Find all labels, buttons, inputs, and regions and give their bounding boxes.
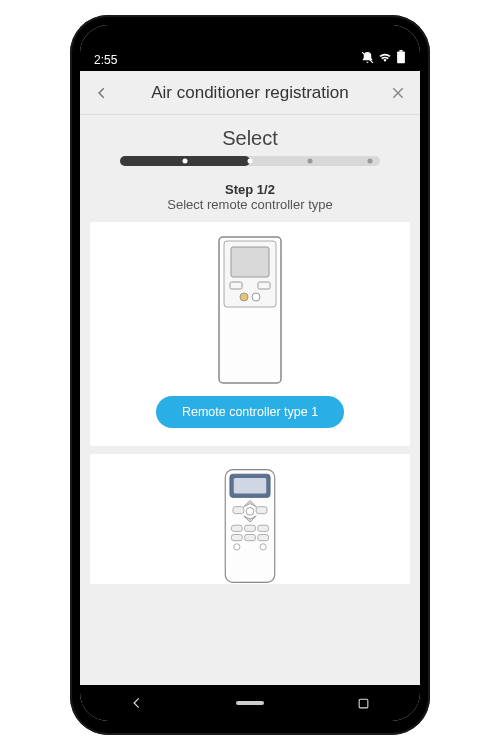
svg-rect-21 bbox=[245, 525, 256, 531]
svg-rect-24 bbox=[245, 535, 256, 541]
remote-option-2[interactable] bbox=[90, 454, 410, 584]
svg-rect-20 bbox=[231, 525, 242, 531]
back-button[interactable] bbox=[90, 81, 114, 105]
content: Select Step 1/2 Select remote controller… bbox=[80, 115, 420, 685]
svg-point-19 bbox=[246, 507, 254, 515]
svg-rect-7 bbox=[231, 247, 269, 277]
status-bar: 2:55 bbox=[80, 25, 420, 71]
app-bar: Air conditioner registration bbox=[80, 71, 420, 115]
battery-icon bbox=[396, 50, 406, 67]
svg-point-26 bbox=[234, 544, 240, 550]
nav-recent-icon[interactable] bbox=[349, 697, 377, 710]
nav-back-icon[interactable] bbox=[123, 696, 151, 710]
close-button[interactable] bbox=[386, 81, 410, 105]
svg-point-10 bbox=[240, 293, 248, 301]
svg-point-11 bbox=[252, 293, 260, 301]
svg-rect-2 bbox=[399, 50, 402, 52]
remote-type-1-button[interactable]: Remote controller type 1 bbox=[156, 396, 344, 428]
section-title: Select bbox=[222, 127, 278, 150]
nav-home-icon[interactable] bbox=[236, 701, 264, 705]
svg-rect-23 bbox=[231, 535, 242, 541]
svg-rect-25 bbox=[258, 535, 269, 541]
svg-point-27 bbox=[260, 544, 266, 550]
step-subtitle: Select remote controller type bbox=[167, 197, 332, 212]
wifi-icon bbox=[378, 52, 392, 66]
status-icons bbox=[361, 50, 406, 67]
remote-type-2-icon bbox=[214, 468, 286, 584]
status-time: 2:55 bbox=[94, 53, 117, 67]
svg-rect-17 bbox=[256, 507, 267, 514]
dnd-icon bbox=[361, 51, 374, 67]
option-list: Remote controller type 1 bbox=[90, 222, 410, 685]
android-nav-bar bbox=[80, 685, 420, 721]
screen: 2:55 Air conditioner registration bbox=[80, 25, 420, 721]
remote-option-1[interactable]: Remote controller type 1 bbox=[90, 222, 410, 446]
progress-dot-2 bbox=[248, 159, 253, 164]
svg-rect-1 bbox=[397, 52, 405, 64]
svg-rect-28 bbox=[359, 699, 368, 708]
step-label: Step 1/2 bbox=[225, 182, 275, 197]
phone-frame: 2:55 Air conditioner registration bbox=[70, 15, 430, 735]
progress-dot-1 bbox=[183, 159, 188, 164]
svg-rect-16 bbox=[233, 507, 244, 514]
progress-dot-4 bbox=[367, 159, 372, 164]
svg-rect-14 bbox=[234, 478, 266, 493]
progress-dot-3 bbox=[307, 159, 312, 164]
remote-type-1-icon bbox=[218, 236, 282, 384]
svg-rect-22 bbox=[258, 525, 269, 531]
progress-bar bbox=[120, 156, 380, 166]
page-title: Air conditioner registration bbox=[122, 83, 378, 103]
